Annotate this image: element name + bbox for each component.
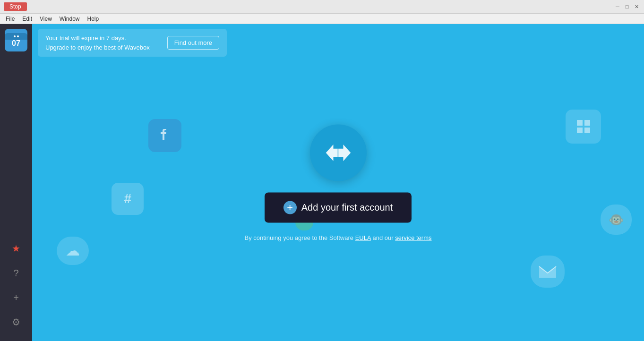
terms-prefix: By continuing you agree to the Software	[244, 234, 355, 241]
svg-rect-1	[584, 120, 590, 126]
service-terms-link[interactable]: service terms	[395, 234, 431, 241]
calendar-day: 07	[12, 40, 20, 47]
trial-text: Your trial will expire in 7 days. Upgrad…	[45, 34, 150, 52]
help-icon[interactable]: ?	[5, 262, 27, 284]
trial-banner: Your trial will expire in 7 days. Upgrad…	[38, 29, 227, 57]
svg-rect-0	[577, 120, 583, 126]
menu-file[interactable]: File	[2, 15, 18, 23]
add-account-label: Add your first account	[301, 202, 393, 213]
menu-bar: File Edit View Window Help	[0, 14, 644, 24]
center-content: + Add your first account By continuing y…	[244, 124, 431, 241]
terms-text: By continuing you agree to the Software …	[244, 234, 431, 241]
office365-bg-icon	[566, 110, 601, 144]
menu-help[interactable]: Help	[84, 15, 103, 23]
close-icon[interactable]: ✕	[633, 3, 640, 10]
gmail-bg-icon	[531, 256, 565, 288]
menu-view[interactable]: View	[36, 15, 56, 23]
wavebox-logo	[310, 124, 367, 181]
plus-icon: +	[283, 201, 297, 214]
terms-middle: and our	[371, 234, 395, 241]
main-content: # ☁ 🐵	[32, 24, 644, 341]
app-layout: 07 ★ ? + ⚙ # ☁	[0, 24, 644, 341]
svg-marker-4	[326, 145, 337, 161]
maximize-icon[interactable]: □	[623, 3, 631, 10]
facebook-bg-icon	[148, 119, 181, 152]
title-bar: Stop ─ □ ✕	[0, 0, 644, 14]
hashtag-bg-icon: #	[112, 183, 144, 215]
eula-link[interactable]: EULA	[355, 234, 371, 241]
minimize-icon[interactable]: ─	[614, 3, 621, 10]
svg-marker-5	[339, 145, 351, 161]
svg-rect-2	[577, 128, 583, 133]
salesforce-bg-icon: ☁	[57, 237, 89, 265]
svg-rect-6	[337, 148, 339, 157]
find-out-more-button[interactable]: Find out more	[167, 36, 219, 50]
trial-line1: Your trial will expire in 7 days.	[45, 34, 150, 43]
stop-button[interactable]: Stop	[4, 2, 27, 11]
mailchimp-bg-icon: 🐵	[601, 205, 632, 235]
calendar-icon[interactable]: 07	[5, 29, 27, 51]
add-account-sidebar-icon[interactable]: +	[5, 286, 27, 309]
menu-edit[interactable]: Edit	[18, 15, 36, 23]
svg-rect-3	[584, 128, 590, 133]
sidebar: 07 ★ ? + ⚙	[0, 24, 32, 341]
menu-window[interactable]: Window	[56, 15, 84, 23]
trial-line2: Upgrade to enjoy the best of Wavebox	[45, 43, 150, 52]
window-controls: ─ □ ✕	[614, 3, 640, 10]
favorites-icon[interactable]: ★	[5, 237, 27, 260]
settings-icon[interactable]: ⚙	[5, 311, 27, 333]
add-first-account-button[interactable]: + Add your first account	[265, 192, 412, 222]
